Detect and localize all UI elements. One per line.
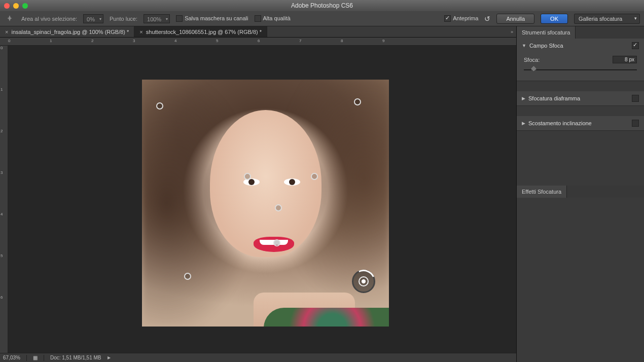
blur-tools-tab[interactable]: Strumenti sfocatura	[517, 26, 576, 39]
ruler-tick: 1	[1, 87, 3, 92]
selection-bleed-dropdown[interactable]: 0%	[83, 14, 103, 23]
blur-amount-slider[interactable]	[524, 66, 637, 74]
document-tab[interactable]: ×insalata_spinaci_fragola.jpg @ 100% (RG…	[0, 26, 134, 37]
blur-pin[interactable]	[244, 173, 251, 180]
doc-size: Doc: 1,51 MB/1,51 MB	[50, 355, 101, 360]
field-blur-section: ▼ Campo Sfoca Sfoca: 8 px	[517, 39, 644, 81]
blur-amount-input[interactable]: 8 px	[613, 56, 637, 63]
ruler-tick: 1	[50, 39, 52, 43]
ruler-horizontal: 0123456789	[0, 38, 516, 46]
ruler-tick: 0	[1, 46, 3, 50]
close-window-icon[interactable]	[4, 3, 10, 9]
high-quality-checkbox[interactable]: Alta qualità	[255, 15, 291, 22]
cancel-button[interactable]: Annulla	[496, 14, 534, 24]
iris-blur-header[interactable]: ▶ Sfocatura diaframma	[517, 91, 644, 105]
window-titlebar: Adobe Photoshop CS6	[0, 0, 644, 11]
blur-effects-tab[interactable]: Effetti Sfocatura	[517, 186, 567, 198]
zoom-level[interactable]: 67,03%	[3, 355, 20, 360]
blur-tools-panel-header: Strumenti sfocatura	[517, 26, 644, 39]
chevron-right-icon: ▶	[522, 96, 525, 101]
blur-gallery-dropdown[interactable]: Galleria sfocatura	[574, 14, 640, 24]
tabs-overflow-icon[interactable]: »	[508, 26, 516, 37]
ruler-tick: 5	[1, 254, 3, 258]
blur-pin[interactable]	[311, 173, 318, 180]
field-blur-enable-checkbox[interactable]	[632, 42, 639, 49]
close-tab-icon[interactable]: ×	[139, 29, 142, 35]
blur-pin[interactable]	[184, 273, 191, 280]
ruler-tick: 6	[258, 39, 260, 43]
blur-pin[interactable]	[354, 98, 361, 105]
high-quality-label: Alta qualità	[263, 15, 291, 21]
ruler-tick: 3	[133, 39, 135, 43]
save-mask-checkbox[interactable]: Salva maschera su canali	[176, 15, 248, 22]
ruler-tick: 8	[341, 39, 343, 43]
tilt-shift-section: ▶ Scostamento inclinazione	[517, 116, 644, 131]
tilt-shift-enable-checkbox[interactable]	[632, 120, 639, 127]
ruler-tick: 3	[1, 170, 3, 175]
preview-label: Anteprima	[453, 15, 478, 21]
reset-icon[interactable]: ↺	[484, 15, 490, 23]
status-bar: 67,03% ▦ Doc: 1,51 MB/1,51 MB ▶	[0, 353, 516, 362]
blur-pin-active[interactable]	[352, 270, 375, 293]
ruler-tick: 4	[174, 39, 176, 43]
ruler-tick: 6	[1, 295, 3, 300]
blur-pin[interactable]	[275, 204, 282, 211]
selection-bleed-label: Area al vivo selezione:	[21, 16, 77, 22]
chevron-down-icon: ▼	[522, 43, 526, 48]
pin-tool-icon[interactable]	[4, 13, 15, 24]
chevron-right-icon: ▶	[522, 121, 525, 126]
blur-effects-panel-header: Effetti Sfocatura	[517, 186, 644, 198]
field-blur-title: Campo Sfoca	[529, 43, 563, 49]
document-tab[interactable]: ×shutterstock_108606551.jpg @ 67% (RGB/8…	[134, 26, 267, 37]
ruler-tick: 7	[299, 39, 301, 43]
app-title: Adobe Photoshop CS6	[291, 2, 353, 9]
iris-blur-section: ▶ Sfocatura diaframma	[517, 91, 644, 106]
zoom-window-icon[interactable]	[22, 3, 28, 9]
preview-checkbox[interactable]: Anteprima	[444, 15, 478, 22]
close-tab-icon[interactable]: ×	[5, 29, 8, 35]
tab-label: insalata_spinaci_fragola.jpg @ 100% (RGB…	[11, 29, 129, 35]
ruler-tick: 9	[382, 39, 384, 43]
iris-blur-enable-checkbox[interactable]	[632, 95, 639, 102]
right-panel: Strumenti sfocatura ▼ Campo Sfoca Sfoca:…	[516, 26, 644, 362]
document-image	[142, 80, 389, 327]
focus-dropdown[interactable]: 100%	[144, 14, 170, 23]
save-mask-label: Salva maschera su canali	[185, 15, 248, 21]
options-bar: Area al vivo selezione: 0% Punto luce: 1…	[0, 11, 644, 26]
field-blur-header[interactable]: ▼ Campo Sfoca	[517, 39, 644, 53]
focus-label: Punto luce:	[110, 16, 137, 22]
ruler-tick: 4	[1, 212, 3, 216]
document-tabs: ×insalata_spinaci_fragola.jpg @ 100% (RG…	[0, 26, 516, 38]
minimize-window-icon[interactable]	[13, 3, 19, 9]
status-preview-icon[interactable]: ▦	[33, 355, 38, 360]
ok-button[interactable]: OK	[541, 14, 568, 24]
tab-label: shutterstock_108606551.jpg @ 67% (RGB/8)…	[146, 29, 262, 35]
traffic-lights	[4, 3, 28, 9]
blur-pin[interactable]	[273, 239, 280, 246]
blur-pin[interactable]	[156, 102, 163, 110]
ruler-tick: 2	[1, 129, 3, 133]
status-flyout-icon[interactable]: ▶	[108, 355, 111, 360]
ruler-tick: 5	[216, 39, 218, 43]
ruler-tick: 2	[91, 39, 93, 43]
tilt-shift-header[interactable]: ▶ Scostamento inclinazione	[517, 116, 644, 130]
tilt-shift-title: Scostamento inclinazione	[528, 120, 592, 126]
ruler-tick: 0	[8, 39, 10, 43]
ruler-vertical: 0123456	[0, 46, 8, 353]
canvas[interactable]	[8, 46, 516, 353]
blur-amount-label: Sfoca:	[524, 57, 540, 63]
iris-blur-title: Sfocatura diaframma	[528, 95, 580, 101]
